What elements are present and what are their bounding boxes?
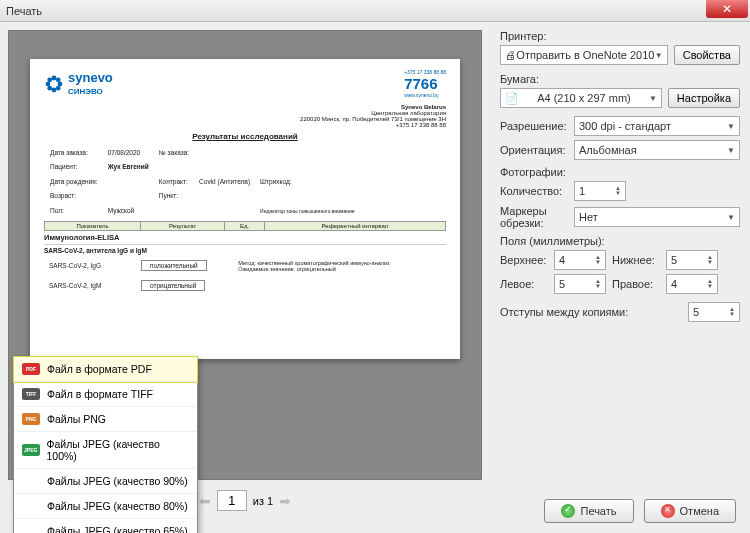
export-tiff[interactable]: TIFFФайл в формате TIFF [14, 382, 197, 407]
page-of-label: из 1 [253, 495, 273, 507]
svg-point-1 [52, 87, 57, 92]
margin-right-stepper[interactable]: 4▲▼ [666, 274, 718, 294]
export-jpeg-100[interactable]: JPEGФайлы JPEG (качество 100%) [14, 432, 197, 469]
orientation-label: Ориентация: [500, 144, 568, 156]
paper-select[interactable]: 📄 A4 (210 x 297 mm)▼ [500, 88, 662, 108]
titlebar: Печать ✕ [0, 0, 750, 22]
resolution-select[interactable]: 300 dpi - стандарт▼ [574, 116, 740, 136]
close-button[interactable]: ✕ [706, 0, 748, 18]
crop-select[interactable]: Нет▼ [574, 207, 740, 227]
count-label: Количество: [500, 185, 568, 197]
export-menu: PDFФайл в формате PDF TIFFФайл в формате… [13, 356, 198, 533]
cancel-button[interactable]: Отмена [644, 499, 736, 523]
count-stepper[interactable]: 1▲▼ [574, 181, 626, 201]
export-png[interactable]: PNGФайлы PNG [14, 407, 197, 432]
crop-label: Маркеры обрезки: [500, 205, 568, 229]
export-jpeg-80[interactable]: Файлы JPEG (качество 80%) [14, 494, 197, 519]
margin-left-stepper[interactable]: 5▲▼ [554, 274, 606, 294]
margins-label: Поля (миллиметры): [500, 235, 740, 247]
page-input[interactable] [217, 490, 247, 511]
svg-point-3 [58, 81, 63, 86]
page-prev-icon[interactable]: ⬅ [199, 493, 211, 509]
paper-label: Бумага: [500, 73, 740, 85]
tiff-icon: TIFF [22, 388, 40, 400]
settings-pane: Принтер: 🖨 Отправить в OneNote 2010▼ Сво… [490, 22, 750, 533]
logo-icon [44, 74, 64, 94]
report-title: Результаты исследований [44, 132, 446, 141]
margin-bottom-stepper[interactable]: 5▲▼ [666, 250, 718, 270]
svg-point-2 [46, 81, 51, 86]
export-pdf[interactable]: PDFФайл в формате PDF [14, 357, 197, 382]
print-button[interactable]: Печать [544, 499, 633, 523]
svg-point-5 [56, 85, 61, 90]
png-icon: PNG [22, 413, 40, 425]
page-next-icon[interactable]: ➡ [279, 493, 291, 509]
margin-top-stepper[interactable]: 4▲▼ [554, 250, 606, 270]
window-title: Печать [6, 5, 42, 17]
paper-settings-button[interactable]: Настройка [668, 88, 740, 108]
patient-details: Дата заказа:07/08/2020№ заказа: Пациент:… [44, 145, 361, 219]
export-jpeg-90[interactable]: Файлы JPEG (качество 90%) [14, 469, 197, 494]
printer-properties-button[interactable]: Свойства [674, 45, 740, 65]
results-table: ПоказательРезультатЕд.Референтный интерв… [44, 221, 446, 231]
printer-label: Принтер: [500, 30, 740, 42]
svg-point-6 [47, 85, 52, 90]
photos-label: Фотографии: [500, 166, 740, 178]
lab-address: Synevo Belarus Центральная лаборатория 2… [44, 104, 446, 128]
document-page: synevoСИНЭВО +375 17 338 88 887766www.sy… [30, 59, 460, 359]
orientation-select[interactable]: Альбомная▼ [574, 140, 740, 160]
resolution-label: Разрешение: [500, 120, 568, 132]
svg-point-0 [52, 75, 57, 80]
svg-point-7 [56, 77, 61, 82]
export-jpeg-65[interactable]: Файлы JPEG (качество 65%) [14, 519, 197, 533]
printer-select[interactable]: 🖨 Отправить в OneNote 2010▼ [500, 45, 668, 65]
jpeg-icon: JPEG [22, 444, 40, 456]
cancel-icon [661, 504, 675, 518]
pdf-icon: PDF [22, 363, 40, 375]
gap-label: Отступы между копиями: [500, 306, 682, 318]
svg-point-4 [47, 77, 52, 82]
ok-icon [561, 504, 575, 518]
gap-stepper[interactable]: 5▲▼ [688, 302, 740, 322]
